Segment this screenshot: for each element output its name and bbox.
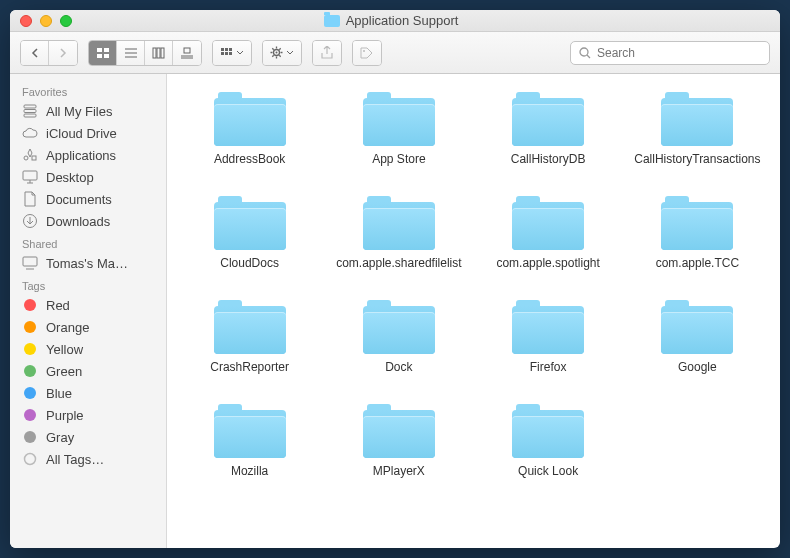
svg-rect-7 — [153, 48, 156, 58]
sidebar-item[interactable]: Tomas's Ma… — [10, 252, 166, 274]
folder-grid: AddressBookApp StoreCallHistoryDBCallHis… — [177, 88, 770, 494]
sidebar-item[interactable]: Documents — [10, 188, 166, 210]
close-button[interactable] — [20, 15, 32, 27]
toolbar — [10, 32, 780, 74]
desktop-icon — [22, 169, 38, 185]
folder-item[interactable]: CloudDocs — [177, 192, 322, 286]
tag-dot-icon — [22, 341, 38, 357]
titlebar[interactable]: Application Support — [10, 10, 780, 32]
documents-icon — [22, 191, 38, 207]
svg-rect-15 — [229, 48, 232, 51]
all-my-files-icon — [22, 103, 38, 119]
column-view-button[interactable] — [145, 41, 173, 65]
folder-label: App Store — [372, 152, 425, 182]
svg-rect-34 — [24, 114, 36, 117]
folder-item[interactable]: Dock — [326, 296, 471, 390]
sidebar-item-label: Yellow — [46, 342, 83, 357]
folder-item[interactable]: com.apple.sharedfilelist — [326, 192, 471, 286]
folder-icon — [661, 192, 733, 250]
tag-dot-icon — [22, 429, 38, 445]
share-group — [312, 40, 342, 66]
svg-rect-1 — [104, 48, 109, 52]
forward-button[interactable] — [49, 41, 77, 65]
tag-dot-icon — [22, 385, 38, 401]
folder-item[interactable]: CallHistoryDB — [476, 88, 621, 182]
svg-rect-32 — [24, 105, 36, 108]
sidebar-item[interactable]: Applications — [10, 144, 166, 166]
folder-item[interactable]: Firefox — [476, 296, 621, 390]
folder-item[interactable]: Quick Look — [476, 400, 621, 494]
sidebar-item[interactable]: Blue — [10, 382, 166, 404]
folder-icon — [214, 88, 286, 146]
folder-item[interactable]: CallHistoryTransactions — [625, 88, 770, 182]
sidebar-item-label: Purple — [46, 408, 84, 423]
sidebar-item-label: Orange — [46, 320, 89, 335]
coverflow-view-button[interactable] — [173, 41, 201, 65]
folder-icon — [214, 296, 286, 354]
minimize-button[interactable] — [40, 15, 52, 27]
folder-icon — [363, 88, 435, 146]
search-icon — [579, 47, 591, 59]
sidebar-item-label: Blue — [46, 386, 72, 401]
folder-item[interactable]: Mozilla — [177, 400, 322, 494]
svg-line-26 — [279, 55, 280, 56]
window-title-text: Application Support — [346, 13, 459, 28]
folder-icon — [324, 15, 340, 27]
folder-label: Firefox — [530, 360, 567, 390]
back-button[interactable] — [21, 41, 49, 65]
content-area[interactable]: AddressBookApp StoreCallHistoryDBCallHis… — [167, 74, 780, 548]
edit-tags-button[interactable] — [353, 41, 381, 65]
sidebar-item[interactable]: Downloads — [10, 210, 166, 232]
share-button[interactable] — [313, 41, 341, 65]
folder-item[interactable]: CrashReporter — [177, 296, 322, 390]
folder-item[interactable]: App Store — [326, 88, 471, 182]
share-icon — [321, 46, 333, 60]
svg-point-43 — [25, 454, 36, 465]
svg-rect-9 — [161, 48, 164, 58]
folder-label: com.apple.TCC — [656, 256, 739, 286]
sidebar-item[interactable]: iCloud Drive — [10, 122, 166, 144]
sidebar-section-header: Shared — [10, 232, 166, 252]
folder-icon — [661, 88, 733, 146]
folder-item[interactable]: AddressBook — [177, 88, 322, 182]
grid-small-icon — [221, 48, 233, 58]
tag-dot-icon — [22, 363, 38, 379]
zoom-button[interactable] — [60, 15, 72, 27]
search-input[interactable] — [597, 46, 761, 60]
folder-item[interactable]: com.apple.TCC — [625, 192, 770, 286]
sidebar-item[interactable]: Orange — [10, 316, 166, 338]
sidebar-item[interactable]: Green — [10, 360, 166, 382]
svg-rect-37 — [23, 171, 37, 180]
sidebar-section-header: Tags — [10, 274, 166, 294]
folder-label: CallHistoryTransactions — [634, 152, 760, 182]
sidebar-item[interactable]: Purple — [10, 404, 166, 426]
folder-label: AddressBook — [214, 152, 285, 182]
svg-rect-2 — [97, 54, 102, 58]
sidebar-item[interactable]: All Tags… — [10, 448, 166, 470]
svg-rect-14 — [225, 48, 228, 51]
tag-dot-icon — [22, 319, 38, 335]
folder-item[interactable]: Google — [625, 296, 770, 390]
folder-icon — [512, 400, 584, 458]
arrange-group — [212, 40, 252, 66]
sidebar-item[interactable]: Desktop — [10, 166, 166, 188]
folder-label: Google — [678, 360, 717, 390]
sidebar-section-header: Favorites — [10, 80, 166, 100]
icon-view-button[interactable] — [89, 41, 117, 65]
sidebar-item[interactable]: Yellow — [10, 338, 166, 360]
sidebar-item-label: Applications — [46, 148, 116, 163]
list-view-button[interactable] — [117, 41, 145, 65]
computer-icon — [22, 255, 38, 271]
sidebar-item[interactable]: Red — [10, 294, 166, 316]
search-field[interactable] — [570, 41, 770, 65]
tag-dot-icon — [22, 407, 38, 423]
arrange-button[interactable] — [213, 41, 251, 65]
tag-dot-icon — [22, 297, 38, 313]
folder-item[interactable]: com.apple.spotlight — [476, 192, 621, 286]
folder-label: com.apple.spotlight — [496, 256, 599, 286]
folder-item[interactable]: MPlayerX — [326, 400, 471, 494]
folder-label: CallHistoryDB — [511, 152, 586, 182]
sidebar-item[interactable]: Gray — [10, 426, 166, 448]
action-button[interactable] — [263, 41, 301, 65]
sidebar-item[interactable]: All My Files — [10, 100, 166, 122]
